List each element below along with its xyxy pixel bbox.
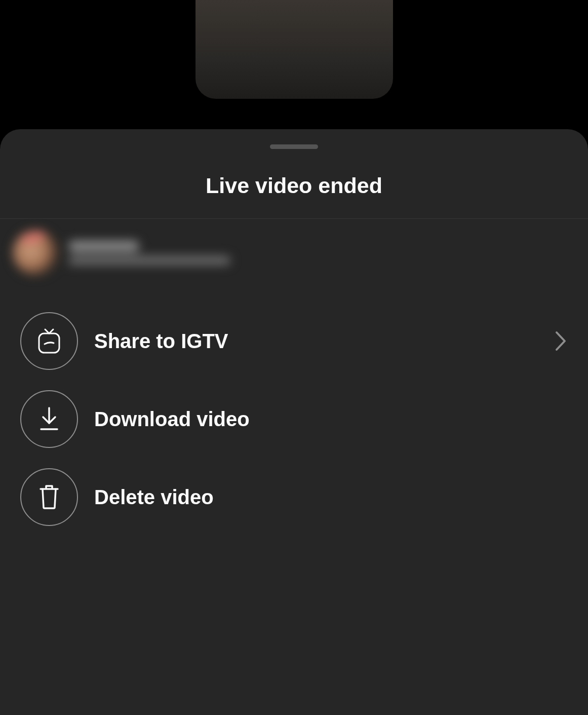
delete-video-option[interactable]: Delete video [20, 458, 568, 536]
igtv-icon [20, 312, 78, 370]
option-label: Share to IGTV [94, 330, 537, 353]
option-label: Download video [94, 408, 568, 431]
user-subtitle-placeholder [68, 256, 230, 265]
username-placeholder [68, 241, 139, 252]
chevron-right-icon [554, 329, 568, 353]
download-video-option[interactable]: Download video [20, 380, 568, 458]
bottom-sheet: Live video ended Share to IGTV [0, 129, 588, 715]
options-list: Share to IGTV Download video [0, 302, 588, 536]
user-info-row [0, 219, 588, 287]
sheet-title: Live video ended [0, 173, 588, 218]
trash-icon [20, 468, 78, 526]
user-text-block [68, 241, 230, 265]
share-to-igtv-option[interactable]: Share to IGTV [20, 302, 568, 380]
avatar [13, 230, 58, 276]
drag-handle[interactable] [270, 144, 318, 149]
video-preview-thumbnail [195, 0, 393, 99]
download-icon [20, 390, 78, 448]
option-label: Delete video [94, 486, 568, 509]
